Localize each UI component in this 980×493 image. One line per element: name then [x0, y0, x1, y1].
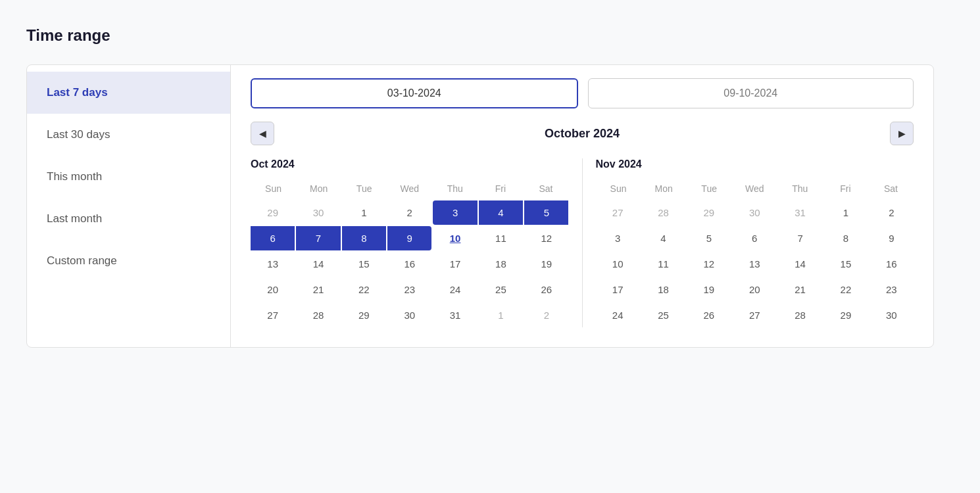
sidebar-item-last-7-days[interactable]: Last 7 days	[27, 72, 230, 114]
oct-header-sat: Sat	[523, 180, 568, 197]
day-cell[interactable]: 5	[687, 226, 731, 250]
day-cell[interactable]: 27	[596, 200, 640, 225]
day-cell[interactable]: 23	[387, 277, 431, 302]
day-cell[interactable]: 1	[823, 200, 868, 225]
page-title: Time range	[26, 26, 954, 45]
day-cell[interactable]: 8	[823, 226, 868, 250]
day-cell[interactable]: 28	[296, 303, 340, 327]
october-calendar: Oct 2024 Sun Mon Tue Wed Thu Fri Sat 293…	[251, 158, 569, 327]
day-cell[interactable]: 10	[596, 252, 640, 276]
day-cell[interactable]: 4	[641, 226, 685, 250]
day-cell[interactable]: 8	[342, 226, 386, 250]
day-cell[interactable]: 19	[687, 277, 731, 302]
day-cell[interactable]: 17	[596, 277, 640, 302]
sidebar: Last 7 days Last 30 days This month Last…	[27, 65, 231, 347]
day-cell[interactable]: 25	[479, 277, 523, 302]
nov-month-title: Nov 2024	[596, 158, 914, 170]
day-cell[interactable]: 20	[733, 277, 777, 302]
calendar-divider	[582, 158, 583, 327]
day-cell[interactable]: 29	[687, 200, 731, 225]
day-cell[interactable]: 24	[596, 303, 640, 327]
day-cell[interactable]: 9	[387, 226, 431, 250]
nov-header-sun: Sun	[596, 180, 641, 197]
oct-days-grid: 2930123456789101112131415161718192021222…	[251, 200, 569, 327]
day-cell[interactable]: 29	[823, 303, 868, 327]
day-cell[interactable]: 19	[524, 252, 568, 276]
day-cell[interactable]: 11	[479, 226, 523, 250]
next-month-button[interactable]: ▶	[890, 122, 914, 145]
nov-header-fri: Fri	[823, 180, 868, 197]
day-cell[interactable]: 26	[687, 303, 731, 327]
nov-days-grid: 2728293031123456789101112131415161718192…	[596, 200, 914, 327]
calendars-container: Oct 2024 Sun Mon Tue Wed Thu Fri Sat 293…	[251, 158, 914, 327]
day-cell[interactable]: 2	[870, 200, 914, 225]
day-cell[interactable]: 30	[733, 200, 777, 225]
start-date-input[interactable]	[251, 78, 578, 108]
day-cell[interactable]: 22	[823, 277, 868, 302]
sidebar-item-custom-range[interactable]: Custom range	[27, 240, 230, 282]
oct-header-sun: Sun	[251, 180, 296, 197]
day-cell[interactable]: 2	[387, 200, 431, 225]
day-cell[interactable]: 27	[251, 303, 295, 327]
day-cell[interactable]: 7	[778, 226, 822, 250]
day-cell[interactable]: 18	[479, 252, 523, 276]
sidebar-item-last-month[interactable]: Last month	[27, 198, 230, 240]
date-inputs	[251, 78, 914, 108]
day-cell[interactable]: 9	[870, 226, 914, 250]
day-cell[interactable]: 22	[342, 277, 386, 302]
end-date-input[interactable]	[588, 78, 914, 108]
day-cell[interactable]: 21	[296, 277, 340, 302]
day-cell[interactable]: 13	[251, 252, 295, 276]
day-cell[interactable]: 6	[251, 226, 295, 250]
day-cell[interactable]: 30	[296, 200, 340, 225]
day-cell[interactable]: 13	[733, 252, 777, 276]
day-cell[interactable]: 30	[387, 303, 431, 327]
oct-header-mon: Mon	[296, 180, 341, 197]
day-cell[interactable]: 10	[433, 226, 477, 250]
day-cell[interactable]: 3	[433, 200, 477, 225]
day-cell[interactable]: 1	[479, 303, 523, 327]
sidebar-item-last-30-days[interactable]: Last 30 days	[27, 114, 230, 156]
day-cell[interactable]: 27	[733, 303, 777, 327]
day-cell[interactable]: 28	[778, 303, 822, 327]
day-cell[interactable]: 15	[342, 252, 386, 276]
day-cell[interactable]: 20	[251, 277, 295, 302]
day-cell[interactable]: 17	[433, 252, 477, 276]
day-cell[interactable]: 21	[778, 277, 822, 302]
day-cell[interactable]: 15	[823, 252, 868, 276]
nov-header-wed: Wed	[732, 180, 777, 197]
day-cell[interactable]: 6	[733, 226, 777, 250]
day-cell[interactable]: 11	[641, 252, 685, 276]
prev-month-button[interactable]: ◀	[251, 122, 274, 145]
day-cell[interactable]: 5	[524, 200, 568, 225]
day-cell[interactable]: 30	[870, 303, 914, 327]
day-cell[interactable]: 4	[479, 200, 523, 225]
day-cell[interactable]: 29	[342, 303, 386, 327]
day-cell[interactable]: 14	[296, 252, 340, 276]
day-cell[interactable]: 12	[687, 252, 731, 276]
oct-grid: Sun Mon Tue Wed Thu Fri Sat 293012345678…	[251, 180, 569, 327]
oct-header-fri: Fri	[478, 180, 523, 197]
day-cell[interactable]: 31	[778, 200, 822, 225]
time-range-picker: Last 7 days Last 30 days This month Last…	[26, 64, 934, 348]
day-cell[interactable]: 14	[778, 252, 822, 276]
day-cell[interactable]: 28	[641, 200, 685, 225]
day-cell[interactable]: 24	[433, 277, 477, 302]
day-cell[interactable]: 16	[387, 252, 431, 276]
day-cell[interactable]: 25	[641, 303, 685, 327]
nov-header-mon: Mon	[641, 180, 687, 197]
sidebar-item-this-month[interactable]: This month	[27, 156, 230, 198]
day-cell[interactable]: 2	[524, 303, 568, 327]
day-cell[interactable]: 29	[251, 200, 295, 225]
day-cell[interactable]: 23	[870, 277, 914, 302]
day-cell[interactable]: 16	[870, 252, 914, 276]
november-calendar: Nov 2024 Sun Mon Tue Wed Thu Fri Sat 272…	[596, 158, 914, 327]
day-cell[interactable]: 12	[524, 226, 568, 250]
day-cell[interactable]: 18	[641, 277, 685, 302]
day-cell[interactable]: 1	[342, 200, 386, 225]
nov-header-thu: Thu	[777, 180, 823, 197]
day-cell[interactable]: 3	[596, 226, 640, 250]
day-cell[interactable]: 31	[433, 303, 477, 327]
day-cell[interactable]: 7	[296, 226, 340, 250]
day-cell[interactable]: 26	[524, 277, 568, 302]
